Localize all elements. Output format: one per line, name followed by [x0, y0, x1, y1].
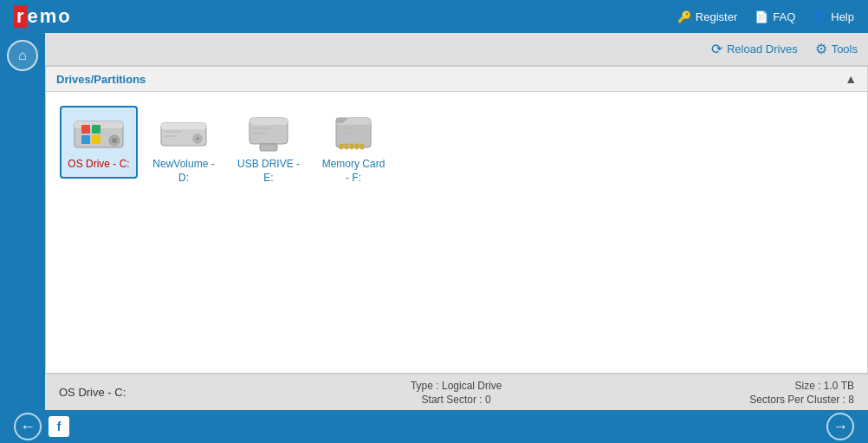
drive-item-usb[interactable]: USB DRIVE - E:: [230, 106, 308, 192]
os-drive-label: OS Drive - C:: [68, 158, 129, 172]
svg-rect-6: [81, 135, 90, 144]
logo-highlight: r: [14, 5, 27, 28]
content-area: ⟳ Reload Drives ⚙ Tools Drives/Partition…: [45, 33, 868, 410]
tools-label: Tools: [832, 42, 858, 55]
svg-rect-26: [360, 144, 364, 149]
svg-rect-24: [350, 144, 353, 149]
svg-point-11: [196, 137, 200, 141]
status-drive-name: OS Drive - C:: [59, 386, 163, 399]
book-icon: 📄: [755, 10, 768, 23]
reload-label: Reload Drives: [727, 42, 798, 55]
os-drive-icon: [71, 113, 126, 154]
gear-icon: ⚙: [815, 41, 827, 57]
reload-drives-button[interactable]: ⟳ Reload Drives: [711, 41, 798, 57]
svg-rect-9: [161, 123, 206, 129]
usb-drive-icon: [241, 113, 296, 154]
status-type: Type : Logical Drive: [198, 380, 715, 392]
usb-drive-label: USB DRIVE - E:: [236, 158, 301, 185]
person-icon: 👤: [813, 10, 826, 23]
drives-header: Drives/Partitions ▲: [46, 67, 867, 92]
sidebar: ⌂: [0, 33, 45, 410]
tools-button[interactable]: ⚙ Tools: [815, 41, 858, 57]
back-icon: ←: [20, 418, 36, 436]
newvolume-drive-label: NewVolume - D:: [152, 158, 216, 185]
status-bar: OS Drive - C: Type : Logical Drive Start…: [45, 374, 868, 410]
home-icon: ⌂: [18, 48, 27, 63]
status-size: Size : 1.0 TB: [749, 380, 854, 392]
drives-header-label: Drives/Partitions: [56, 73, 146, 86]
bottom-bar: ← f →: [0, 410, 868, 443]
key-icon: 🔑: [677, 10, 691, 23]
register-button[interactable]: 🔑 Register: [677, 10, 737, 23]
svg-rect-22: [340, 144, 343, 149]
home-button[interactable]: ⌂: [7, 40, 38, 71]
facebook-icon: f: [57, 420, 62, 433]
newvolume-drive-icon: [156, 113, 211, 154]
faq-button[interactable]: 📄 FAQ: [755, 10, 795, 23]
memcard-drive-label: Memory Card - F:: [321, 158, 385, 185]
svg-rect-16: [260, 144, 277, 151]
memcard-drive-icon: [326, 113, 381, 154]
svg-rect-4: [81, 125, 90, 134]
logo-text: emo: [28, 5, 72, 28]
status-info-right: Size : 1.0 TB Sectors Per Cluster : 8: [749, 380, 854, 406]
drive-item-newvolume[interactable]: NewVolume - D:: [145, 106, 223, 192]
logo: r emo: [14, 5, 72, 28]
help-label: Help: [831, 10, 854, 23]
reload-icon: ⟳: [711, 41, 722, 57]
facebook-button[interactable]: f: [49, 416, 69, 437]
svg-point-3: [112, 138, 117, 143]
next-icon: →: [832, 418, 848, 436]
drive-item-os[interactable]: OS Drive - C:: [60, 106, 138, 179]
status-start-sector: Start Sector : 0: [198, 394, 715, 406]
faq-label: FAQ: [773, 10, 795, 23]
drive-item-memcard[interactable]: Memory Card - F:: [314, 106, 392, 192]
main-area: ⌂ ⟳ Reload Drives ⚙ Tools Drives/Partiti…: [0, 33, 868, 410]
top-nav: 🔑 Register 📄 FAQ 👤 Help: [677, 10, 854, 23]
drives-content: OS Drive - C: NewVolume: [46, 92, 867, 373]
collapse-icon[interactable]: ▲: [845, 72, 857, 86]
svg-rect-23: [345, 144, 348, 149]
help-button[interactable]: 👤 Help: [813, 10, 854, 23]
drives-panel: Drives/Partitions ▲: [45, 66, 868, 374]
toolbar: ⟳ Reload Drives ⚙ Tools: [45, 33, 868, 66]
next-button[interactable]: →: [826, 413, 854, 440]
back-button[interactable]: ←: [14, 413, 42, 440]
svg-rect-15: [249, 118, 288, 125]
status-sectors-per-cluster: Sectors Per Cluster : 8: [749, 394, 854, 406]
top-bar: r emo 🔑 Register 📄 FAQ 👤 Help: [0, 0, 868, 33]
svg-rect-25: [355, 144, 359, 149]
svg-rect-7: [92, 135, 100, 144]
status-info-center: Type : Logical Drive Start Sector : 0: [198, 380, 715, 406]
svg-rect-5: [92, 125, 100, 134]
register-label: Register: [696, 10, 737, 23]
